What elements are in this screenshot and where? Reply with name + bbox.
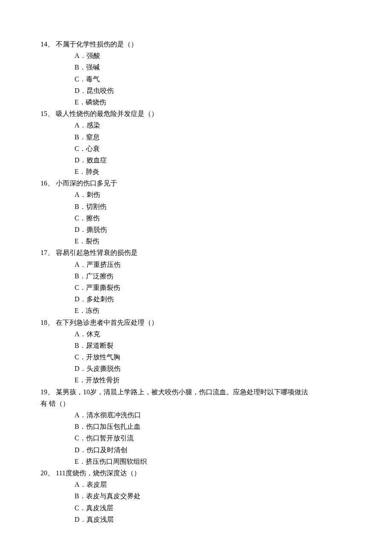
option-b: B．强碱 (75, 61, 352, 73)
option-a: A．严重挤压伤 (75, 259, 352, 270)
options-list: A．表皮层 B．表皮与真皮交界处 C．真皮浅层 D．真皮浅层 (40, 479, 352, 525)
option-c: C．真皮浅层 (75, 502, 352, 514)
question-stem: 17、 容易引起急性肾衰的损伤是 (40, 247, 352, 258)
question-number: 16、 (40, 179, 54, 187)
option-c: C．伤口暂开放引流 (75, 432, 352, 444)
options-list: A．感染 B．窒息 C．心衰 D．败血症 E．肺炎 (40, 119, 352, 177)
option-b: B．伤口加压包扎止血 (75, 421, 352, 432)
question-19: 19、 某男孩，10岁，清晨上学路上，被犬咬伤小腿，伤口流血。应急处理时以下哪项… (40, 386, 352, 467)
question-text: 某男孩，10岁，清晨上学路上，被犬咬伤小腿，伤口流血。应急处理时以下哪项做法 (56, 388, 308, 396)
option-a: A．表皮层 (75, 479, 352, 490)
option-b: B．广泛擦伤 (75, 270, 352, 282)
option-b: B．表皮与真皮交界处 (75, 490, 352, 502)
question-stem: 19、 某男孩，10岁，清晨上学路上，被犬咬伤小腿，伤口流血。应急处理时以下哪项… (40, 386, 352, 398)
option-c: C．毒气 (75, 73, 352, 85)
question-number: 20、 (40, 469, 54, 477)
option-d: D．真皮浅层 (75, 514, 352, 525)
question-number: 19、 (40, 388, 54, 396)
option-e: E．挤压伤口周围软组织 (75, 456, 352, 467)
option-c: C．心衰 (75, 143, 352, 154)
option-d: D．伤口及时清创 (75, 444, 352, 456)
question-text: 吸人性烧伤的最危险并发症是（） (56, 110, 158, 117)
option-c: C．擦伤 (75, 212, 352, 224)
option-d: D．败血症 (75, 154, 352, 166)
question-stem: 15、 吸人性烧伤的最危险并发症是（） (40, 108, 352, 119)
option-a: A．刺伤 (75, 189, 352, 200)
option-d: D．昆虫咬伤 (75, 85, 352, 96)
question-text: 容易引起急性肾衰的损伤是 (56, 249, 138, 256)
option-d: D．撕脱伤 (75, 224, 352, 235)
question-14: 14、 不属于化学性损伤的是（） A．强酸 B．强碱 C．毒气 D．昆虫咬伤 E… (40, 38, 352, 108)
options-list: A．休克 B．尿道断裂 C．开放性气胸 D．头皮撕脱伤 E．开放性骨折 (40, 328, 352, 386)
option-a: A．休克 (75, 328, 352, 340)
options-list: A．清水彻底冲洗伤口 B．伤口加压包扎止血 C．伤口暂开放引流 D．伤口及时清创… (40, 409, 352, 467)
option-c: C．开放性气胸 (75, 351, 352, 363)
document-page: 14、 不属于化学性损伤的是（） A．强酸 B．强碱 C．毒气 D．昆虫咬伤 E… (0, 0, 392, 555)
option-e: E．磷烧伤 (75, 96, 352, 108)
question-text: 在下列急诊患者中首先应处理（） (56, 319, 158, 326)
question-17: 17、 容易引起急性肾衰的损伤是 A．严重挤压伤 B．广泛擦伤 C．严重撕裂伤 … (40, 247, 352, 316)
question-20: 20、 111度烧伤，烧伤深度达（） A．表皮层 B．表皮与真皮交界处 C．真皮… (40, 467, 352, 525)
option-b: B．尿道断裂 (75, 340, 352, 351)
option-d: D．头皮撕脱伤 (75, 363, 352, 374)
option-e: E．冻伤 (75, 305, 352, 316)
question-number: 14、 (40, 40, 54, 48)
options-list: A．强酸 B．强碱 C．毒气 D．昆虫咬伤 E．磷烧伤 (40, 50, 352, 108)
question-stem: 14、 不属于化学性损伤的是（） (40, 38, 352, 50)
question-16: 16、 小而深的伤口多见于 A．刺伤 B．切割伤 C．擦伤 D．撕脱伤 E．裂伤 (40, 177, 352, 247)
options-list: A．刺伤 B．切割伤 C．擦伤 D．撕脱伤 E．裂伤 (40, 189, 352, 247)
option-c: C．严重撕裂伤 (75, 282, 352, 293)
options-list: A．严重挤压伤 B．广泛擦伤 C．严重撕裂伤 D．多处刺伤 E．冻伤 (40, 259, 352, 317)
question-stem: 16、 小而深的伤口多见于 (40, 177, 352, 189)
option-a: A．清水彻底冲洗伤口 (75, 409, 352, 421)
question-text: 111度烧伤，烧伤深度达（） (56, 469, 141, 477)
option-b: B．窒息 (75, 131, 352, 143)
question-15: 15、 吸人性烧伤的最危险并发症是（） A．感染 B．窒息 C．心衰 D．败血症… (40, 108, 352, 177)
question-text: 小而深的伤口多见于 (56, 179, 117, 187)
option-e: E．裂伤 (75, 235, 352, 247)
option-e: E．肺炎 (75, 166, 352, 177)
question-text: 不属于化学性损伤的是（） (56, 40, 138, 48)
option-a: A．强酸 (75, 50, 352, 61)
option-e: E．开放性骨折 (75, 374, 352, 386)
question-stem-line2: 有 错（） (40, 398, 352, 409)
option-b: B．切割伤 (75, 201, 352, 212)
option-a: A．感染 (75, 119, 352, 131)
question-18: 18、 在下列急诊患者中首先应处理（） A．休克 B．尿道断裂 C．开放性气胸 … (40, 317, 352, 386)
question-stem: 18、 在下列急诊患者中首先应处理（） (40, 317, 352, 328)
question-number: 18、 (40, 319, 54, 326)
option-d: D．多处刺伤 (75, 293, 352, 305)
question-number: 15、 (40, 110, 54, 117)
question-number: 17、 (40, 249, 54, 256)
question-stem: 20、 111度烧伤，烧伤深度达（） (40, 467, 352, 479)
